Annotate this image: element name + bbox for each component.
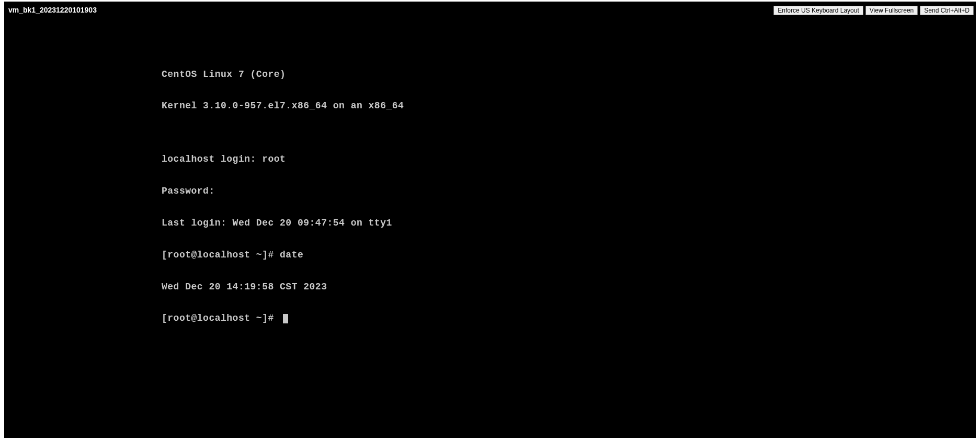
enforce-keyboard-layout-button[interactable]: Enforce US Keyboard Layout [773,6,863,15]
console-button-group: Enforce US Keyboard Layout View Fullscre… [773,6,974,15]
terminal-line: Password: [162,186,404,196]
terminal-cursor [283,314,288,323]
terminal-line: localhost login: root [162,154,404,164]
terminal-line: Kernel 3.10.0-957.el7.x86_64 on an x86_6… [162,100,404,111]
terminal-line: Last login: Wed Dec 20 09:47:54 on tty1 [162,218,404,228]
view-fullscreen-button[interactable]: View Fullscreen [865,6,918,15]
terminal-line: Wed Dec 20 14:19:58 CST 2023 [162,282,404,292]
vm-name-label: vm_bk1_20231220101903 [8,6,97,14]
vm-console[interactable]: vm_bk1_20231220101903 Enforce US Keyboar… [4,2,976,438]
terminal-line: CentOS Linux 7 (Core) [162,69,404,80]
terminal-line: [root@localhost ~]# date [162,250,404,260]
terminal-output[interactable]: CentOS Linux 7 (Core) Kernel 3.10.0-957.… [162,48,404,345]
terminal-prompt-line: [root@localhost ~]# [162,313,404,323]
terminal-prompt: [root@localhost ~]# [162,313,280,323]
page-wrapper: vm_bk1_20231220101903 Enforce US Keyboar… [0,0,980,438]
send-ctrl-alt-del-button[interactable]: Send Ctrl+Alt+D [920,6,974,15]
console-top-bar: vm_bk1_20231220101903 Enforce US Keyboar… [4,2,976,16]
